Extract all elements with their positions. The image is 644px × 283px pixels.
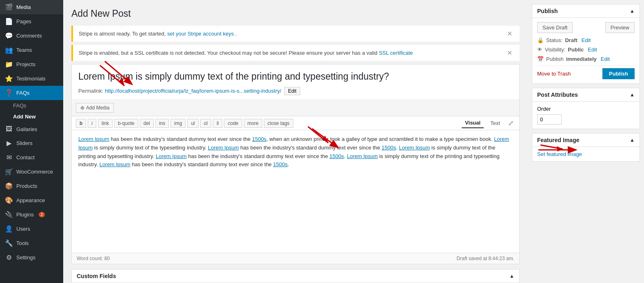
lorem-ipsum-link-5[interactable]: Lorem Ipsum bbox=[156, 153, 187, 159]
lorem-ipsum-link-2[interactable]: Lorem Ipsum bbox=[78, 136, 509, 151]
sidebar-item-galleries[interactable]: 🖼 Gallaries bbox=[0, 122, 63, 136]
permalink-edit-button[interactable]: Edit bbox=[284, 87, 300, 95]
set-featured-image-link[interactable]: Set featured image bbox=[537, 151, 582, 157]
1500s-link-2[interactable]: 1500s bbox=[382, 145, 396, 151]
lorem-ipsum-link-6[interactable]: Lorem Ipsum bbox=[347, 153, 378, 159]
toolbar-bold[interactable]: b bbox=[76, 119, 86, 128]
expand-editor-button[interactable]: ⤢ bbox=[507, 119, 515, 127]
publish-actions: Save Draft Preview bbox=[537, 22, 635, 33]
sidebar-item-pages[interactable]: 📄 Pages bbox=[0, 14, 63, 29]
tab-text[interactable]: Text bbox=[487, 118, 503, 128]
editor-footer: Word count: 80 Draft saved at 8:44:23 am… bbox=[72, 253, 519, 264]
editor-tabs: Visual Text ⤢ bbox=[462, 118, 515, 128]
sidebar-item-faqs[interactable]: ❓ FAQs bbox=[0, 86, 63, 100]
toolbar-close-tags[interactable]: close tags bbox=[264, 119, 293, 128]
publish-button[interactable]: Publish bbox=[602, 68, 635, 79]
users-icon: 👤 bbox=[5, 225, 13, 233]
visibility-edit-link[interactable]: Edit bbox=[588, 47, 597, 53]
publish-chevron: ▲ bbox=[630, 8, 635, 14]
sidebar-item-testimonials[interactable]: ⭐ Testimonials bbox=[0, 71, 63, 86]
appearance-icon: 🎨 bbox=[5, 196, 13, 204]
sidebar-sub-add-new[interactable]: Add New bbox=[0, 111, 63, 122]
status-icon: 🔒 bbox=[537, 37, 544, 43]
post-attributes-header: Post Attributes ▲ bbox=[532, 88, 640, 102]
add-media-button[interactable]: ⊕ Add Media bbox=[76, 103, 114, 113]
sidebar-item-woocommerce[interactable]: 🛒 WooCommerce bbox=[0, 165, 63, 179]
tab-visual[interactable]: Visual bbox=[462, 118, 484, 128]
post-attributes-chevron: ▲ bbox=[630, 92, 635, 98]
custom-fields-header[interactable]: Custom Fields ▲ bbox=[72, 270, 519, 283]
sidebar-item-tools[interactable]: 🔧 Tools bbox=[0, 236, 63, 250]
testimonials-icon: ⭐ bbox=[5, 75, 13, 82]
toolbar-italic[interactable]: i bbox=[88, 119, 96, 128]
move-to-trash-button[interactable]: Move to Trash bbox=[537, 71, 571, 77]
toolbar-li[interactable]: li bbox=[213, 119, 222, 128]
post-title-input[interactable] bbox=[72, 65, 519, 85]
toolbar-img[interactable]: img bbox=[170, 119, 186, 128]
notice-stripe-setup: Stripe is almost ready. To get started, … bbox=[71, 26, 520, 42]
add-media-icon: ⊕ bbox=[80, 105, 84, 111]
toolbar-link[interactable]: link bbox=[98, 119, 113, 128]
sidebar-item-appearance[interactable]: 🎨 Appearance bbox=[0, 193, 63, 207]
woocommerce-icon: 🛒 bbox=[5, 168, 13, 176]
sidebar-item-plugins[interactable]: 🔌 Plugins 2 bbox=[0, 207, 63, 222]
plugins-icon: 🔌 bbox=[5, 211, 13, 218]
preview-button[interactable]: Preview bbox=[605, 22, 635, 33]
visibility-row: 👁 Visibility: Public Edit bbox=[537, 47, 635, 53]
sidebar-sub-faqs[interactable]: FAQs bbox=[0, 100, 63, 111]
status-edit-link[interactable]: Edit bbox=[582, 37, 591, 43]
featured-image-content: Set featured image bbox=[532, 147, 640, 161]
1500s-link-1[interactable]: 1500s bbox=[252, 136, 266, 142]
projects-icon: 📁 bbox=[5, 60, 13, 68]
notice-ssl-link[interactable]: SSL certificate bbox=[379, 50, 413, 56]
order-input[interactable] bbox=[537, 114, 562, 125]
toolbar-ins[interactable]: ins bbox=[155, 119, 169, 128]
custom-fields-box: Custom Fields ▲ bbox=[71, 269, 520, 283]
add-media-row: ⊕ Add Media bbox=[72, 100, 519, 116]
save-draft-button[interactable]: Save Draft bbox=[537, 22, 573, 33]
comments-icon: 💬 bbox=[5, 32, 13, 40]
lorem-ipsum-link-7[interactable]: Lorem Ipsum bbox=[100, 161, 131, 167]
custom-fields-chevron: ▲ bbox=[509, 273, 514, 279]
lorem-ipsum-link-4[interactable]: Lorem Ipsum bbox=[399, 145, 430, 151]
sidebar-item-products[interactable]: 📦 Products bbox=[0, 179, 63, 193]
notice-close-2[interactable]: ✕ bbox=[505, 49, 514, 57]
lorem-ipsum-link-3[interactable]: Lorem Ipsum bbox=[208, 145, 239, 151]
media-icon: 🎬 bbox=[5, 3, 13, 11]
toolbar-del[interactable]: del bbox=[140, 119, 154, 128]
editor-content[interactable]: Lorem Ipsum has been the industry's stan… bbox=[72, 130, 519, 253]
sidebar-item-users[interactable]: 👤 Users bbox=[0, 222, 63, 236]
publish-timing-edit-link[interactable]: Edit bbox=[601, 56, 610, 62]
permalink-url[interactable]: http://localhost/project/official/urja/l… bbox=[105, 88, 281, 94]
main-content: Add New Post Stripe is almost ready. To … bbox=[63, 0, 644, 283]
teams-icon: 👥 bbox=[5, 46, 13, 54]
publish-box-header: Publish ▲ bbox=[532, 4, 640, 18]
featured-image-box: Featured Image ▲ Set featured image bbox=[532, 133, 640, 162]
toolbar-code[interactable]: code bbox=[224, 119, 242, 128]
toolbar-buttons: b i link b-quote del ins img ul ol li co… bbox=[76, 119, 293, 128]
sidebar-item-contact[interactable]: ✉ Contact bbox=[0, 150, 63, 165]
calendar-icon: 📅 bbox=[537, 56, 544, 62]
toolbar-ul[interactable]: ul bbox=[187, 119, 198, 128]
notice-link-1[interactable]: set your Stripe account keys bbox=[167, 31, 234, 37]
post-editor: Permalink: http://localhost/project/offi… bbox=[71, 64, 520, 264]
notice-close-1[interactable]: ✕ bbox=[505, 30, 514, 38]
publish-box-content: Save Draft Preview 🔒 Status: Draft Edit … bbox=[532, 18, 640, 83]
1500s-link-4[interactable]: 1500s bbox=[273, 161, 288, 167]
lorem-ipsum-link-1[interactable]: Lorem Ipsum bbox=[78, 136, 109, 142]
sliders-icon: ▶ bbox=[5, 139, 13, 147]
toolbar-more[interactable]: more bbox=[244, 119, 262, 128]
toolbar-ol[interactable]: ol bbox=[200, 119, 211, 128]
tools-icon: 🔧 bbox=[5, 239, 13, 247]
word-count: Word count: 80 bbox=[77, 256, 110, 261]
sidebar-item-settings[interactable]: ⚙ Settings bbox=[0, 250, 63, 265]
sidebar-item-media[interactable]: 🎬 Media bbox=[0, 0, 63, 14]
toolbar-bquote[interactable]: b-quote bbox=[114, 119, 138, 128]
sidebar-item-comments[interactable]: 💬 Comments bbox=[0, 29, 63, 43]
1500s-link-3[interactable]: 1500s bbox=[330, 153, 344, 159]
sidebar-item-teams[interactable]: 👥 Teams bbox=[0, 43, 63, 57]
faqs-icon: ❓ bbox=[5, 89, 13, 97]
sidebar-item-projects[interactable]: 📁 Projects bbox=[0, 57, 63, 71]
editor-tab-row: b i link b-quote del ins img ul ol li co… bbox=[72, 116, 519, 130]
sidebar-item-sliders[interactable]: ▶ Sliders bbox=[0, 136, 63, 150]
